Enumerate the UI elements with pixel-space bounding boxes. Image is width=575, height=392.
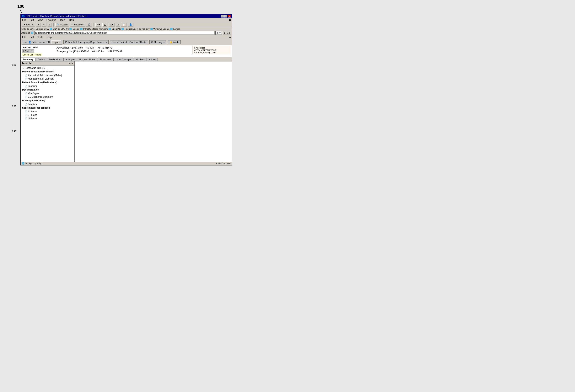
messenger-button[interactable]: 👤 bbox=[128, 23, 133, 27]
address-dropdown[interactable]: ▼ bbox=[216, 31, 222, 35]
user-label: User bbox=[23, 41, 27, 44]
task-label-12hours: 12 hours bbox=[28, 110, 37, 113]
task-label-48hours: 48 hours bbox=[28, 117, 37, 120]
recent-patients-nav[interactable]: Recent Patients: Overton, Mike ▷ bbox=[110, 40, 148, 44]
tab-allergies[interactable]: Allergies bbox=[64, 58, 77, 61]
task-section-header: Documentation bbox=[21, 88, 74, 92]
list-item[interactable]: 📄 24 hours bbox=[21, 113, 74, 117]
task-list: ✓ Discharge from ED Patient Education (P… bbox=[21, 65, 74, 162]
menu-help[interactable]: Help bbox=[68, 19, 75, 22]
home-button[interactable]: ⌂ bbox=[48, 23, 52, 27]
browser-icon: 🌐 bbox=[22, 15, 25, 18]
refresh-button[interactable]: ↻ bbox=[42, 23, 47, 27]
menu-favorites[interactable]: Favorites bbox=[46, 19, 57, 22]
doc-icon: 📄 bbox=[24, 110, 27, 113]
tab-medications[interactable]: Medications bbox=[47, 58, 64, 61]
list-item[interactable]: 📄 Imodium bbox=[21, 103, 74, 106]
address-bar: Address 🌐 ▼ ► Go bbox=[21, 31, 232, 35]
tab-summary[interactable]: Summary bbox=[21, 58, 35, 61]
tab-bar: Summary Orders Medications Allergies Pro… bbox=[21, 57, 232, 62]
go-button[interactable]: ► Go bbox=[222, 31, 231, 35]
discuss-button[interactable]: 📋 bbox=[121, 23, 127, 27]
links-text: Links 🗁 Devel Links 🗁 CHW 🌐 CNN 🗁 CPO '0… bbox=[22, 28, 180, 30]
doc-icon: 📄 bbox=[24, 117, 27, 120]
list-item[interactable]: 📄 ED Discharge Summary bbox=[21, 95, 74, 99]
minimize-button[interactable]: ─ bbox=[221, 15, 224, 18]
media-button[interactable]: 🎵 bbox=[86, 23, 92, 27]
edit-button[interactable]: W▾ bbox=[109, 23, 115, 27]
doc-icon: 📄 bbox=[24, 103, 27, 106]
task-section-header: Prescription Printing bbox=[21, 99, 74, 103]
app-menu-tools[interactable]: Tools bbox=[37, 36, 44, 39]
messages-button[interactable]: ✉ Messages bbox=[149, 40, 166, 44]
tab-progress-notes[interactable]: Progress Notes bbox=[77, 58, 97, 61]
alerts-count-button[interactable]: ①Alerts (1) bbox=[22, 49, 34, 53]
menu-file[interactable]: File bbox=[22, 19, 27, 22]
app-menu-help[interactable]: Help bbox=[46, 36, 52, 39]
messages-label: Messages bbox=[154, 41, 165, 44]
content-panel bbox=[75, 62, 232, 162]
print-button[interactable]: 🖨 bbox=[102, 23, 107, 27]
alerts-button[interactable]: 🔔 Alerts bbox=[168, 40, 181, 44]
ie-corner-icon: 🅰 bbox=[229, 19, 231, 22]
tab-labs-images[interactable]: Labs & Images bbox=[114, 58, 133, 61]
menu-edit[interactable]: Edit bbox=[29, 19, 35, 22]
doc-icon: 📄 bbox=[24, 85, 27, 87]
tab-orders[interactable]: Orders bbox=[36, 58, 47, 61]
task-section-header: Patient Education (Problems) bbox=[21, 70, 74, 74]
patient-name-section: Overton, Mike ①Alerts (1) Critical Lab R… bbox=[22, 46, 53, 56]
task-section-header: Patient Education (Medications) bbox=[21, 81, 74, 84]
search-button[interactable]: 🔍 Search bbox=[55, 23, 69, 27]
user-name: Julie Larsen, R.N. bbox=[32, 41, 50, 44]
title-bar: 🌐 ECIS Inpatient Medical Record - Micros… bbox=[21, 14, 232, 18]
back-button[interactable]: ◄Back ► bbox=[22, 23, 35, 27]
stop-button[interactable]: ✕ bbox=[36, 23, 41, 27]
address-label: Address bbox=[22, 32, 30, 34]
height: Ht: 5'10" bbox=[86, 46, 95, 49]
list-item[interactable]: 📄 Vital Signs bbox=[21, 92, 74, 95]
patient-name: Overton, Mike bbox=[22, 46, 53, 49]
tab-monitors[interactable]: Monitors bbox=[134, 58, 147, 61]
task-label: Imodium bbox=[28, 85, 37, 87]
maximize-button[interactable]: □ bbox=[224, 15, 227, 18]
task-label: Abdominal Pain Handout (Males) bbox=[28, 74, 62, 77]
annotation-130: 130 bbox=[12, 130, 16, 133]
tab-flowsheets[interactable]: Flowsheets bbox=[97, 58, 114, 61]
doc-icon: 📄 bbox=[24, 114, 27, 116]
menu-tools[interactable]: Tools bbox=[59, 19, 66, 22]
address-input[interactable] bbox=[34, 31, 215, 35]
list-item[interactable]: 📄 Imodium bbox=[21, 84, 74, 88]
app-menu-file[interactable]: File bbox=[22, 36, 27, 39]
status-right: 🖥 My Computer bbox=[216, 162, 231, 165]
patient-info-bar: Overton, Mike ①Alerts (1) Critical Lab R… bbox=[21, 45, 232, 57]
app-menu-edit[interactable]: Edit bbox=[29, 36, 35, 39]
task-redo-icon[interactable]: ↪ bbox=[71, 62, 73, 65]
app-corner: ▲ bbox=[229, 36, 231, 39]
list-item[interactable]: 📄 48 hours bbox=[21, 117, 74, 120]
favorites-button[interactable]: ☆ Favorites bbox=[70, 23, 85, 27]
task-panel-header: Task List ↩ ↪ bbox=[21, 62, 74, 65]
list-item[interactable]: 📄 12 hours bbox=[21, 110, 74, 113]
allergies-list-1: VIOXX, CEFTRIAXONE bbox=[193, 49, 229, 51]
messages-icon: ✉ bbox=[151, 41, 153, 44]
recent-patients-text: Recent Patients: Overton, Mike ▷ bbox=[112, 41, 146, 44]
critical-lab-button[interactable]: Critical Lab Results bbox=[22, 53, 42, 56]
annotation-120: 120 bbox=[12, 105, 16, 108]
menu-view[interactable]: View bbox=[37, 19, 43, 22]
weight: Wt: 180 lbs. bbox=[92, 50, 104, 53]
status-left: 🌐 1024 px. by 687px. bbox=[22, 162, 43, 165]
allergies-label: ⚠ Allergies: bbox=[193, 47, 229, 49]
blank-button[interactable]: □ bbox=[116, 23, 120, 27]
task-undo-icon[interactable]: ↩ bbox=[69, 62, 71, 65]
close-button[interactable]: ✕ bbox=[228, 15, 231, 18]
logout-button[interactable]: Logout bbox=[51, 41, 61, 44]
list-item[interactable]: ✓ Discharge from ED bbox=[21, 66, 74, 70]
tab-admin[interactable]: Admin bbox=[147, 58, 158, 61]
user-icon: 👤 bbox=[28, 41, 31, 44]
browser-window: 🌐 ECIS Inpatient Medical Record - Micros… bbox=[20, 14, 232, 165]
list-item[interactable]: 📄 Abdominal Pain Handout (Males) bbox=[21, 74, 74, 77]
allergies-section: ⚠ Allergies: VIOXX, CEFTRIAXONE SODIUM, … bbox=[192, 46, 231, 54]
mail-button[interactable]: ✉▾ bbox=[96, 23, 101, 27]
patient-list-nav[interactable]: Patient List: Emergency Dept. Census ▷ bbox=[63, 40, 108, 44]
list-item[interactable]: 📄 Management of Diarrhea bbox=[21, 77, 74, 81]
